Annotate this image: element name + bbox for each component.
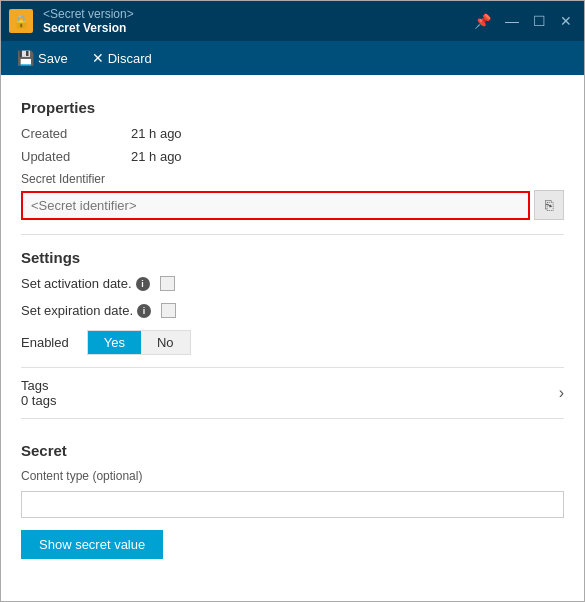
title-bar: 🔒 <Secret version> Secret Version 📌 — ☐ … xyxy=(1,1,584,41)
discard-label: Discard xyxy=(108,51,152,66)
expiration-row: Set expiration date. i xyxy=(21,303,564,318)
pin-button[interactable]: 📌 xyxy=(470,12,495,30)
content-area: Properties Created 21 h ago Updated 21 h… xyxy=(1,75,584,601)
tags-title: Tags xyxy=(21,378,559,393)
created-row: Created 21 h ago xyxy=(21,126,564,141)
save-icon: 💾 xyxy=(17,50,34,66)
lock-icon: 🔒 xyxy=(9,9,33,33)
chevron-right-icon: › xyxy=(559,384,564,402)
window: 🔒 <Secret version> Secret Version 📌 — ☐ … xyxy=(0,0,585,602)
updated-value: 21 h ago xyxy=(131,149,182,164)
minimize-button[interactable]: — xyxy=(501,12,523,30)
title-main: <Secret version> xyxy=(43,7,470,21)
title-text: <Secret version> Secret Version xyxy=(43,7,470,35)
save-label: Save xyxy=(38,51,68,66)
expiration-checkbox[interactable] xyxy=(161,303,176,318)
no-button[interactable]: No xyxy=(141,331,190,354)
settings-section-title: Settings xyxy=(21,249,564,266)
updated-label: Updated xyxy=(21,149,131,164)
properties-divider xyxy=(21,234,564,235)
restore-button[interactable]: ☐ xyxy=(529,12,550,30)
created-value: 21 h ago xyxy=(131,126,182,141)
identifier-input[interactable] xyxy=(21,191,530,220)
tags-content: Tags 0 tags xyxy=(21,378,559,408)
copy-icon: ⎘ xyxy=(545,197,553,213)
window-controls: 📌 — ☐ ✕ xyxy=(470,12,576,30)
activation-checkbox[interactable] xyxy=(160,276,175,291)
enabled-row: Enabled Yes No xyxy=(21,330,564,355)
content-type-label: Content type (optional) xyxy=(21,469,564,483)
enabled-label: Enabled xyxy=(21,335,69,350)
identifier-row: ⎘ xyxy=(21,190,564,220)
save-button[interactable]: 💾 Save xyxy=(11,48,74,68)
enabled-toggle: Yes No xyxy=(87,330,191,355)
tags-row[interactable]: Tags 0 tags › xyxy=(21,367,564,419)
created-label: Created xyxy=(21,126,131,141)
show-secret-button[interactable]: Show secret value xyxy=(21,530,163,559)
secret-section-title: Secret xyxy=(21,442,564,459)
yes-button[interactable]: Yes xyxy=(88,331,141,354)
title-sub: Secret Version xyxy=(43,21,470,35)
close-button[interactable]: ✕ xyxy=(556,12,576,30)
discard-icon: ✕ xyxy=(92,50,104,66)
copy-button[interactable]: ⎘ xyxy=(534,190,564,220)
toolbar: 💾 Save ✕ Discard xyxy=(1,41,584,75)
expiration-info-icon[interactable]: i xyxy=(137,304,151,318)
expiration-label: Set expiration date. i xyxy=(21,303,151,318)
activation-label: Set activation date. i xyxy=(21,276,150,291)
identifier-label: Secret Identifier xyxy=(21,172,564,186)
updated-row: Updated 21 h ago xyxy=(21,149,564,164)
tags-count: 0 tags xyxy=(21,393,559,408)
activation-row: Set activation date. i xyxy=(21,276,564,291)
discard-button[interactable]: ✕ Discard xyxy=(86,48,158,68)
activation-info-icon[interactable]: i xyxy=(136,277,150,291)
properties-section-title: Properties xyxy=(21,99,564,116)
content-type-input[interactable] xyxy=(21,491,564,518)
window-icon: 🔒 xyxy=(9,9,37,33)
